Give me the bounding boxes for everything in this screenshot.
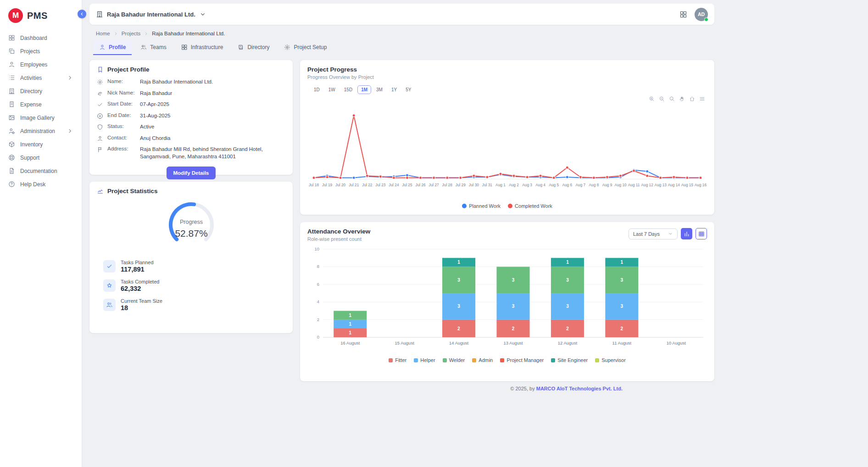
tab-project-setup[interactable]: Project Setup: [278, 40, 333, 55]
range-button-1w[interactable]: 1W: [325, 85, 339, 94]
inventory-icon: [8, 141, 15, 148]
app-root: M PMS DashboardProjectsEmployeesActiviti…: [0, 0, 868, 467]
legend-item-site-engineer[interactable]: Site Engineer: [551, 357, 588, 363]
menu-icon[interactable]: [699, 96, 705, 102]
activities-icon: [8, 74, 15, 81]
svg-text:Jul 27: Jul 27: [429, 183, 440, 187]
status-icon: [97, 124, 103, 130]
user-avatar[interactable]: AD: [695, 8, 708, 21]
pan-icon[interactable]: [679, 96, 685, 102]
zoom-out-icon[interactable]: [659, 96, 665, 102]
legend-item-admin[interactable]: Admin: [472, 357, 493, 363]
date-range-select[interactable]: Last 7 Days: [629, 228, 678, 239]
field-value: Anuj Chordia: [140, 135, 170, 142]
range-button-3m[interactable]: 3M: [373, 85, 386, 94]
tab-directory[interactable]: Directory: [232, 40, 275, 55]
sidebar-item-activities[interactable]: Activities: [0, 71, 82, 84]
field-label: Start Date:: [107, 101, 136, 106]
legend-item-project-manager[interactable]: Project Manager: [500, 357, 544, 363]
breadcrumb-item-projects[interactable]: Projects: [122, 31, 141, 36]
check-icon-box: [103, 260, 116, 272]
sidebar-item-inventory[interactable]: Inventory: [0, 138, 82, 151]
range-button-5y[interactable]: 5Y: [402, 85, 415, 94]
chevron-right-icon: [67, 74, 73, 81]
range-button-1y[interactable]: 1Y: [388, 85, 401, 94]
selection-icon[interactable]: [669, 96, 675, 102]
apps-grid-button[interactable]: [679, 11, 687, 18]
svg-text:Jul 19: Jul 19: [322, 183, 333, 187]
app-logo[interactable]: M PMS: [0, 6, 82, 31]
sidebar-collapse-button[interactable]: [78, 10, 86, 18]
svg-text:1: 1: [349, 330, 351, 335]
sidebar-item-support[interactable]: Support: [0, 151, 82, 164]
tab-teams[interactable]: Teams: [134, 40, 172, 55]
sidebar-item-administration[interactable]: Administration: [0, 124, 82, 138]
attendance-card-subtitle: Role-wise present count: [307, 236, 370, 242]
sidebar-item-employees[interactable]: Employees: [0, 58, 82, 71]
legend-swatch: [462, 204, 467, 208]
sidebar-item-label: Help Desk: [20, 181, 45, 188]
sidebar-item-directory[interactable]: Directory: [0, 84, 82, 98]
company-selector[interactable]: Raja Bahadur International Ltd.: [96, 11, 206, 18]
range-button-1m[interactable]: 1M: [357, 85, 371, 94]
zoom-in-icon[interactable]: [649, 96, 655, 102]
table-view-button[interactable]: [696, 228, 707, 239]
profile-field-end-date: End Date:31-Aug-2025: [97, 112, 285, 120]
legend-item-welder[interactable]: Welder: [443, 357, 465, 363]
company-link[interactable]: MARCO AIoT Technologies Pvt. Ltd.: [536, 386, 623, 391]
svg-text:13 August: 13 August: [503, 340, 523, 345]
range-button-1d[interactable]: 1D: [310, 85, 323, 94]
field-value: 31-Aug-2025: [140, 112, 171, 120]
setup-icon: [284, 44, 290, 50]
attendance-bar-chart[interactable]: 024681016 August11115 August14 August233…: [307, 245, 707, 356]
copyright-text: © 2025, by: [510, 386, 536, 391]
modify-details-button[interactable]: Modify Details: [167, 167, 216, 179]
progress-gauge-chart: Progress52.87%: [157, 197, 226, 251]
image-gallery-icon: [8, 114, 15, 121]
tab-profile[interactable]: Profile: [93, 40, 132, 55]
progress-chart-legend: Planned WorkCompleted Work: [307, 203, 707, 209]
sidebar-nav: DashboardProjectsEmployeesActivitiesDire…: [0, 31, 82, 191]
star-icon-box: [103, 279, 116, 292]
svg-text:3: 3: [457, 304, 460, 309]
book-icon: [238, 44, 244, 50]
home-icon[interactable]: [689, 96, 695, 102]
legend-item-completed-work[interactable]: Completed Work: [508, 203, 552, 209]
stat-tasks-completed: Tasks Completed62,332: [103, 279, 285, 292]
legend-item-planned-work[interactable]: Planned Work: [462, 203, 501, 209]
left-column: Project Profile Name:Raja Bahadur Intern…: [89, 60, 293, 381]
legend-item-helper[interactable]: Helper: [414, 357, 435, 363]
legend-label: Helper: [420, 357, 435, 363]
range-button-15d[interactable]: 15D: [340, 85, 356, 94]
stat-value: 62,332: [121, 285, 159, 292]
svg-text:Aug 12: Aug 12: [641, 183, 654, 187]
check-icon: [106, 263, 113, 270]
chart-view-button[interactable]: [681, 228, 692, 239]
sidebar-item-expense[interactable]: Expense: [0, 98, 82, 111]
field-label: Address:: [107, 146, 136, 151]
sidebar-item-projects[interactable]: Projects: [0, 44, 82, 58]
online-status-dot: [704, 17, 708, 22]
tab-infrastructure[interactable]: Infrastructure: [175, 40, 229, 55]
legend-label: Project Manager: [506, 357, 544, 363]
sidebar-item-label: Projects: [20, 48, 40, 55]
legend-item-fitter[interactable]: Fitter: [389, 357, 406, 363]
svg-text:3: 3: [621, 278, 623, 283]
sidebar-item-help-desk[interactable]: Help Desk: [0, 178, 82, 191]
name-icon: [97, 79, 103, 85]
profile-fields: Name:Raja Bahadur International Ltd.Nick…: [97, 78, 285, 160]
legend-label: Completed Work: [515, 203, 552, 209]
legend-swatch: [595, 358, 599, 362]
sidebar-item-documentation[interactable]: Documentation: [0, 164, 82, 178]
sidebar-item-label: Administration: [20, 128, 55, 134]
progress-line-chart[interactable]: Jul 18Jul 19Jul 20Jul 21Jul 22Jul 23Jul …: [307, 103, 707, 201]
sidebar-item-dashboard[interactable]: Dashboard: [0, 31, 82, 44]
sidebar-item-image-gallery[interactable]: Image Gallery: [0, 111, 82, 124]
chevron-down-icon: [668, 231, 673, 236]
tab-label: Project Setup: [294, 44, 327, 50]
breadcrumb-item-home[interactable]: Home: [96, 31, 110, 36]
legend-item-supervisor[interactable]: Supervisor: [595, 357, 626, 363]
stat-label: Tasks Planned: [121, 260, 154, 265]
svg-text:16 August: 16 August: [340, 340, 360, 345]
sidebar-item-label: Employees: [20, 61, 47, 68]
